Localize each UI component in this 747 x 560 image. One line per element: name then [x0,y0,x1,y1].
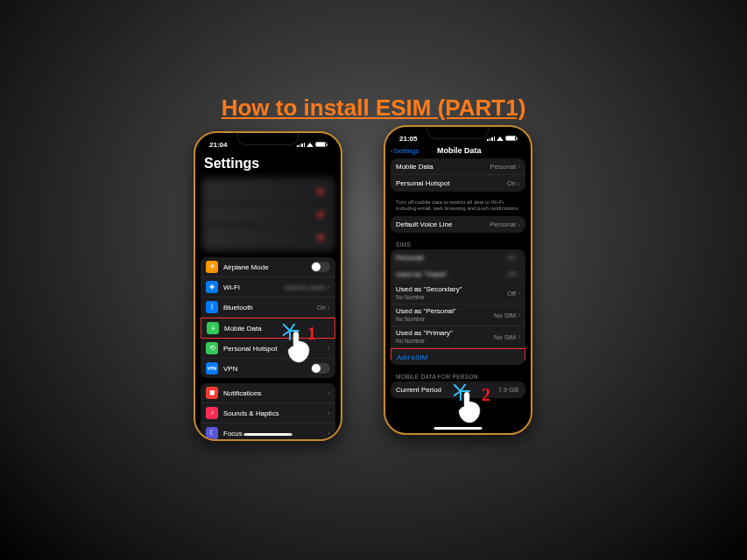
row-label: Used as "Travel" [396,270,507,278]
phone-screenshot-2: 21:05 ‹ Settings Mobile Data Mobile Data… [384,125,532,435]
row-label: Notifications [223,389,328,397]
sims-section-label: SIMs [391,238,525,249]
voice-line-group: Default Voice Line Personal › [391,216,525,233]
row-label: Airplane Mode [223,263,311,271]
screen-title: Mobile Data [393,146,525,155]
chevron-right-icon: › [518,253,520,262]
chevron-right-icon: › [518,179,520,188]
tap-pointer-1 [283,324,327,368]
svg-line-7 [454,391,461,396]
battery-icon [505,136,517,141]
tap-pointer-2 [454,384,497,428]
hotspot-icon: ⟲ [206,342,218,354]
wifi-value: network name [285,284,326,291]
chevron-right-icon: › [328,409,330,417]
antenna-icon: ⏚ [207,322,219,334]
home-indicator [244,433,292,436]
status-time: 21:05 [399,135,417,143]
row-hotspot[interactable]: Personal Hotspot On › [391,175,525,192]
svg-line-1 [290,324,295,331]
row-label: Used as "Secondary" No Number [396,286,507,300]
moon-icon: ☾ [206,427,218,439]
row-label: Used as "Personal" No Number [396,308,494,322]
mobile-data-group: Mobile Data Personal › Personal Hotspot … [391,158,525,192]
signal-icon [297,143,305,147]
row-focus[interactable]: ☾ Focus › [201,424,335,441]
chevron-right-icon: › [518,162,520,171]
row-value: Personal [490,220,516,228]
speaker-icon: ♪ [206,407,218,419]
svg-line-0 [283,324,290,331]
wifi-icon [497,136,504,141]
row-add-esim[interactable]: Add eSIM [391,348,525,365]
row-default-voice-line[interactable]: Default Voice Line Personal › [391,216,525,233]
settings-title: Settings [201,152,335,177]
row-label: Default Voice Line [396,220,490,228]
airplane-icon: ✈ [206,261,218,273]
chevron-right-icon: › [327,324,329,332]
usage-section-label: MOBILE DATA FOR PERSON [391,370,525,382]
nav-bar: ‹ Settings Mobile Data [385,144,531,158]
row-airplane-mode[interactable]: ✈ Airplane Mode [201,257,335,277]
help-text: Turn off mobile data to restrict all dat… [391,197,525,216]
row-sim[interactable]: Used as "Secondary" No Number Off › [391,283,525,304]
status-time: 21:04 [209,141,227,149]
battery-icon [315,142,327,147]
status-indicators [297,142,327,147]
svg-line-2 [283,331,290,336]
row-sim[interactable]: Personal On › [391,249,525,266]
chevron-right-icon: › [518,220,520,229]
row-label: Mobile Data [396,163,490,171]
chevron-right-icon: › [328,344,330,353]
add-esim-label: Add eSIM [397,354,519,361]
row-sim[interactable]: Used as "Primary" No Number No SIM › [391,326,525,348]
sim-sublabel: No Number [396,338,494,344]
bluetooth-value: On [317,304,326,312]
row-value: Off [507,270,516,278]
airplane-toggle[interactable] [311,262,330,272]
sim-sublabel: No Number [396,316,494,322]
bluetooth-icon: ᛒ [206,301,218,313]
row-sim[interactable]: Used as "Personal" No Number No SIM › [391,304,525,326]
sim-sublabel: No Number [396,294,507,300]
chevron-right-icon: › [328,388,330,397]
row-value: 7.9 GB [498,386,518,394]
phone-screenshot-1: 21:04 Settings ✈ Airplane Mode ◈ Wi-Fi n… [194,131,342,441]
row-label: Wi-Fi [223,284,285,291]
row-wifi[interactable]: ◈ Wi-Fi network name › [201,277,335,298]
vpn-icon: VPN [206,362,218,374]
row-value: No SIM [494,333,516,341]
signal-icon [487,136,495,141]
row-sim[interactable]: Used as "Travel" Off › [391,266,525,283]
row-sounds[interactable]: ♪ Sounds & Haptics › [201,403,335,424]
status-indicators [487,136,517,141]
row-label: Sounds & Haptics [223,410,328,417]
row-mobile-data-plan[interactable]: Mobile Data Personal › [391,158,525,175]
row-label: Personal [396,254,507,262]
svg-line-6 [461,384,466,391]
wifi-row-icon: ◈ [206,281,218,293]
row-label: Personal Hotspot [396,179,507,187]
phone-notch [237,133,299,145]
page-title: How to install ESIM (PART1) [0,94,747,122]
row-value: Off [507,290,516,298]
row-label: Used as "Primary" No Number [396,330,494,344]
chevron-right-icon: › [328,283,330,291]
chevron-right-icon: › [518,332,520,341]
row-bluetooth[interactable]: ᛒ Bluetooth On › [201,298,335,318]
chevron-right-icon: › [518,289,520,298]
chevron-right-icon: › [518,311,520,319]
chevron-right-icon: › [328,303,330,312]
sims-group: Personal On › Used as "Travel" Off › Use… [391,249,525,365]
row-value: On [507,179,516,187]
row-value: No SIM [494,312,516,319]
row-notifications[interactable]: ◼ Notifications › [201,383,335,403]
svg-line-5 [454,384,461,391]
wifi-icon [307,143,314,147]
row-label: Bluetooth [223,304,317,312]
profile-card-blurred [201,177,335,252]
chevron-right-icon: › [518,270,520,278]
row-value: Personal [490,163,516,171]
phone-notch [427,127,489,139]
chevron-right-icon: › [328,429,330,438]
